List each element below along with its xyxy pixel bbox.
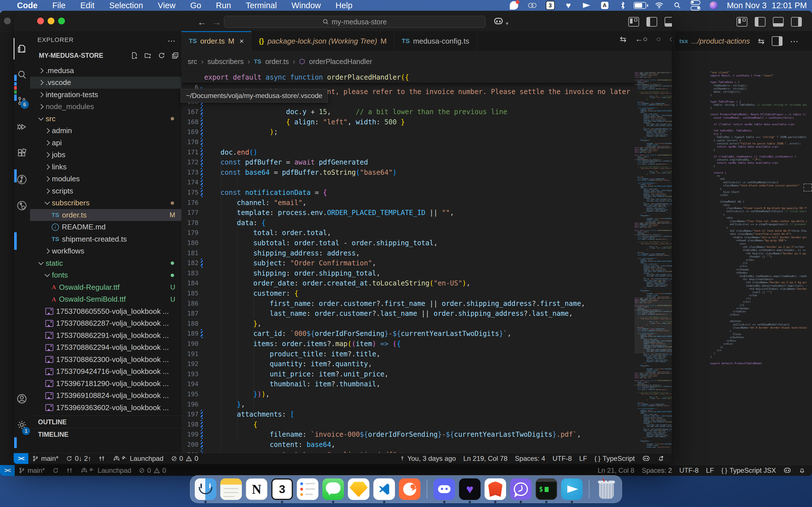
bluetooth-menubar-icon[interactable]: [618, 1, 628, 10]
menubar-time[interactable]: 12:01 PM: [772, 1, 807, 10]
new-file-icon[interactable]: [131, 52, 138, 59]
input-a-menubar-icon[interactable]: A: [600, 1, 610, 10]
dock-brave[interactable]: [485, 478, 506, 500]
gutter-modified-indicator[interactable]: [201, 430, 203, 439]
tab-package-lock[interactable]: {}package-lock.json (Working Tree) M: [251, 31, 394, 51]
collapse-folders-icon[interactable]: [171, 52, 179, 59]
file-tree-item-1753969363602-volja-lookbook-...[interactable]: 1753969363602-volja_lookbook ...: [30, 402, 182, 413]
prev-change-icon[interactable]: ←○: [635, 35, 648, 45]
back-tab-row[interactable]: tsx .../product-actions ⇆ ⋯: [675, 31, 812, 51]
next-change-icon[interactable]: ○→: [669, 35, 672, 45]
breadcrumb-item[interactable]: order.ts: [265, 57, 289, 66]
remote-indicator[interactable]: ><: [14, 453, 28, 464]
settings-gear-icon[interactable]: 1: [14, 414, 30, 436]
file-tree-item-admin[interactable]: admin: [30, 125, 182, 137]
dock-terminal[interactable]: $: [536, 478, 557, 500]
status-item[interactable]: main*: [15, 466, 48, 474]
toggle-sidebar-icon[interactable]: [647, 17, 657, 26]
status-item[interactable]: { }TypeScript: [591, 455, 639, 462]
menu-run[interactable]: Run: [209, 1, 239, 10]
status-item[interactable]: UTF-8: [676, 466, 702, 474]
tab-medusa-config[interactable]: TSmedusa-config.ts: [394, 31, 477, 51]
menu-terminal[interactable]: Terminal: [239, 1, 285, 10]
status-item[interactable]: Spaces: 4: [511, 455, 549, 462]
status-item[interactable]: [48, 466, 63, 474]
status-item[interactable]: LF: [702, 466, 718, 474]
status-item[interactable]: 00: [167, 455, 202, 462]
nav-forward-icon[interactable]: →: [212, 17, 221, 27]
status-item[interactable]: Ln 21, Col 8: [594, 466, 638, 474]
remote-indicator[interactable]: ><: [0, 465, 15, 476]
close-icon[interactable]: ×: [240, 37, 244, 46]
gitlens-inspect-icon[interactable]: [14, 195, 30, 216]
minimize-button[interactable]: [48, 17, 54, 24]
status-item[interactable]: main*: [28, 455, 62, 462]
dock-trash[interactable]: [596, 478, 617, 500]
file-tree-item-jobs[interactable]: jobs: [30, 149, 182, 161]
file-tree-item-.medusa[interactable]: .medusa: [30, 65, 182, 76]
titlebar[interactable]: ← → my-medusa-store ▾: [14, 11, 672, 32]
toggle-panel-icon[interactable]: [665, 17, 672, 26]
dock-vscode[interactable]: [373, 478, 395, 500]
nav-back-icon[interactable]: ←: [197, 17, 206, 27]
menu-edit[interactable]: Edit: [73, 1, 102, 10]
status-item[interactable]: [63, 466, 77, 474]
status-item[interactable]: 00: [135, 466, 170, 474]
explorer-icon[interactable]: [14, 38, 30, 59]
tab-order-ts[interactable]: TSorder.ts M ×: [182, 31, 251, 51]
status-item[interactable]: UTF-8: [549, 455, 575, 462]
file-tree-item-subscribers[interactable]: subscribers: [30, 197, 182, 209]
status-item[interactable]: Launchpad: [77, 466, 135, 474]
gutter-modified-indicator[interactable]: [201, 148, 203, 157]
file-tree-item-1753969108824-volja-lookbook-...[interactable]: 1753969108824-volja_lookbook ...: [30, 390, 182, 402]
file-tree-item-.vscode[interactable]: .vscode: [30, 77, 182, 89]
extensions-icon[interactable]: [14, 142, 30, 164]
status-item[interactable]: 0↓ 2↑: [62, 455, 95, 462]
outline-section[interactable]: OUTLINE: [30, 415, 182, 428]
wifi-menubar-icon[interactable]: [654, 1, 664, 10]
gutter-modified-indicator[interactable]: [201, 440, 203, 449]
sticky-scroll-line[interactable]: 6 export default async function orderPla…: [182, 72, 635, 83]
menubar-date[interactable]: Mon Nov 3: [727, 1, 767, 10]
command-center-search[interactable]: my-medusa-store: [224, 16, 486, 28]
status-item[interactable]: Ln 219, Col 78: [460, 455, 511, 462]
breadcrumb-item[interactable]: src: [188, 57, 197, 66]
refresh-icon[interactable]: [158, 52, 165, 59]
file-tree-item-links[interactable]: links: [30, 161, 182, 173]
control-center-menubar-icon[interactable]: [691, 1, 700, 10]
back-layout-buttons[interactable]: [737, 17, 802, 26]
viber-menubar-icon[interactable]: [509, 1, 519, 10]
file-tree-item-scripts[interactable]: scripts: [30, 185, 182, 197]
toggle-secondary-sidebar-icon[interactable]: [791, 17, 802, 26]
timeline-section[interactable]: TIMELINE: [30, 428, 182, 441]
minimap[interactable]: import type { SubscriberArgs, Subscriber…: [635, 72, 672, 464]
file-tree-item-fonts[interactable]: fonts: [30, 269, 182, 281]
gutter-modified-indicator[interactable]: [201, 259, 203, 268]
breadcrumb-item[interactable]: subscribers: [208, 57, 244, 66]
traffic-light-inactive[interactable]: [4, 17, 11, 24]
sidebar-more-icon[interactable]: ⋯: [167, 36, 176, 46]
dock-postman[interactable]: [399, 478, 420, 500]
code-editor[interactable]: 165 "When making the payment, please ref…: [182, 72, 635, 464]
back-minimap-slider[interactable]: [804, 183, 812, 191]
dock-notion-calendar[interactable]: 3: [271, 478, 293, 500]
workspace-section-header[interactable]: MY-MEDUSA-STORE: [33, 49, 179, 62]
dock-notion[interactable]: N: [246, 478, 267, 500]
file-tree-item-1753967181290-volja-lookbook-...[interactable]: 1753967181290-volja_lookbook ...: [30, 378, 182, 389]
accounts-icon[interactable]: [14, 388, 30, 409]
menu-code[interactable]: Code: [10, 1, 45, 10]
file-tree-item-1753708862287-volja-lookbook-...[interactable]: 1753708862287-volja_lookbook ...: [30, 318, 182, 329]
status-item[interactable]: [654, 455, 668, 462]
status-item[interactable]: You, 3 days ago: [396, 455, 460, 462]
file-tree-item-1753708862300-volja-lookbook-...[interactable]: 1753708862300-volja_lookbook ...: [30, 353, 182, 365]
compare-changes-icon[interactable]: ⇆: [620, 35, 626, 45]
status-item[interactable]: Spaces: 2: [638, 466, 676, 474]
dock-telegram[interactable]: [561, 478, 582, 500]
customize-layout-icon[interactable]: [628, 17, 639, 26]
file-tree-item-1753708862291-volja-lookbook-...[interactable]: 1753708862291-volja_lookbook ...: [30, 329, 182, 341]
customize-layout-icon[interactable]: [737, 17, 747, 26]
gutter-modified-indicator[interactable]: [201, 410, 203, 419]
status-item[interactable]: Launchpad: [109, 455, 167, 462]
gutter-modified-indicator[interactable]: [201, 420, 203, 429]
gutter-modified-indicator[interactable]: [201, 158, 203, 167]
